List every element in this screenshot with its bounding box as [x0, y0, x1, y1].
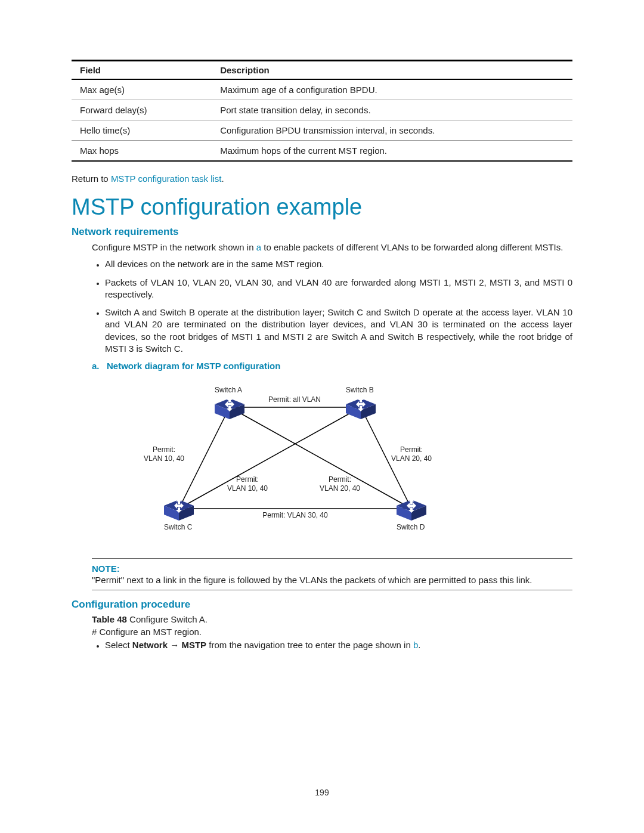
label-switch-c: Switch C: [164, 523, 193, 531]
list-item: All devices on the network are in the sa…: [105, 258, 572, 270]
switch-c-icon: [164, 498, 194, 521]
table-cell-field: Forward delay(s): [72, 100, 212, 120]
conf-step-1: # Configure an MST region.: [92, 627, 572, 637]
label-switch-b: Switch B: [346, 386, 374, 394]
switch-a-icon: [215, 397, 244, 419]
configuration-procedure-heading: Configuration procedure: [72, 599, 572, 611]
conf-arrow: →: [168, 640, 181, 650]
label-link-right2: VLAN 20, 40: [391, 454, 432, 463]
table-header-description: Description: [212, 61, 572, 80]
switch-d-icon: [397, 498, 426, 521]
table-row: Max hops Maximum hops of the current MST…: [72, 141, 572, 162]
label-link-midleft1: Permit:: [236, 475, 259, 484]
svg-line-8: [179, 407, 230, 509]
table-cell-field: Max hops: [72, 141, 212, 162]
note-label: NOTE:: [92, 563, 572, 574]
conf-bullets: Select Network → MSTP from the navigatio…: [92, 639, 572, 651]
conf-table-label-rest: Configure Switch A.: [127, 614, 208, 624]
table-cell-desc: Maximum age of a configuration BPDU.: [212, 79, 572, 100]
label-link-midright1: Permit:: [329, 475, 351, 484]
label-link-bottom: Permit: VLAN 30, 40: [262, 511, 328, 519]
page-number: 199: [0, 788, 644, 797]
network-diagram: Switch A Switch B Switch C Switch D Perm…: [137, 374, 572, 550]
figure-letter: a.: [92, 361, 100, 371]
conf-b1d: from the navigation tree to enter the pa…: [206, 640, 413, 650]
label-link-midleft2: VLAN 10, 40: [227, 484, 268, 493]
return-line: Return to MSTP configuration task list.: [72, 174, 572, 184]
field-description-table: Field Description Max age(s) Maximum age…: [72, 60, 572, 162]
svg-line-11: [179, 407, 361, 509]
label-link-right1: Permit:: [400, 445, 423, 454]
page-title: MSTP configuration example: [72, 194, 572, 220]
conf-b1b: Network: [132, 640, 168, 650]
figure-title: Network diagram for MSTP configuration: [107, 361, 280, 371]
intro-link-a[interactable]: a: [256, 242, 261, 252]
table-row: Hello time(s) Configuration BPDU transmi…: [72, 120, 572, 141]
label-link-left2: VLAN 10, 40: [144, 454, 184, 463]
return-prefix: Return to: [72, 174, 111, 184]
table-header-field: Field: [72, 61, 212, 80]
conf-end: .: [418, 640, 420, 650]
list-item: Select Network → MSTP from the navigatio…: [105, 639, 572, 651]
network-diagram-svg: Switch A Switch B Switch C Switch D Perm…: [137, 374, 459, 547]
note-text: "Permit" next to a link in the figure is…: [92, 575, 532, 585]
intro-part2: to enable packets of different VLANs to …: [261, 242, 563, 252]
table-cell-desc: Maximum hops of the current MST region.: [212, 141, 572, 162]
note-box: NOTE: "Permit" next to a link in the fig…: [92, 558, 572, 590]
switch-b-icon: [346, 397, 376, 419]
label-link-left1: Permit:: [153, 445, 175, 454]
conf-table-label: Table 48 Configure Switch A.: [92, 614, 572, 624]
document-page: Field Description Max age(s) Maximum age…: [0, 0, 644, 833]
table-cell-field: Max age(s): [72, 79, 212, 100]
conf-b1c: MSTP: [181, 640, 206, 650]
requirements-list: All devices on the network are in the sa…: [92, 258, 572, 355]
table-row: Forward delay(s) Port state transition d…: [72, 100, 572, 120]
intro-part1: Configure MSTP in the network shown in: [92, 242, 256, 252]
table-row: Max age(s) Maximum age of a configuratio…: [72, 79, 572, 100]
table-cell-desc: Configuration BPDU transmission interval…: [212, 120, 572, 141]
label-link-top: Permit: all VLAN: [268, 395, 321, 404]
list-item: Packets of VLAN 10, VLAN 20, VLAN 30, an…: [105, 277, 572, 301]
figure-caption: a. Network diagram for MSTP configuratio…: [92, 361, 572, 371]
label-switch-a: Switch A: [215, 386, 242, 394]
return-suffix: .: [222, 174, 224, 184]
table-cell-desc: Port state transition delay, in seconds.: [212, 100, 572, 120]
return-link[interactable]: MSTP configuration task list: [111, 174, 222, 184]
conf-b1a: Select: [105, 640, 132, 650]
table-header-row: Field Description: [72, 61, 572, 80]
network-requirements-heading: Network requirements: [72, 226, 572, 238]
list-item: Switch A and Switch B operate at the dis…: [105, 306, 572, 355]
label-switch-d: Switch D: [397, 523, 425, 531]
table-cell-field: Hello time(s): [72, 120, 212, 141]
network-requirements-intro: Configure MSTP in the network shown in a…: [92, 241, 572, 253]
svg-line-10: [230, 407, 411, 509]
label-link-midright2: VLAN 20, 40: [320, 484, 360, 493]
conf-table-label-bold: Table 48: [92, 614, 127, 624]
